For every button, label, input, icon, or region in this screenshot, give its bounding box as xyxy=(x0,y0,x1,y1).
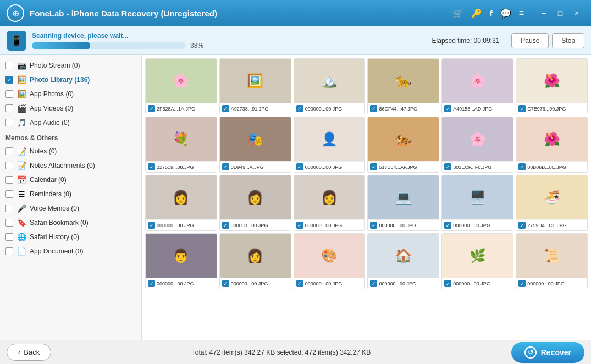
photo-checkbox-0[interactable]: ✓ xyxy=(148,105,155,112)
photo-checkbox-15[interactable]: ✓ xyxy=(370,222,377,229)
checkbox-app-audio[interactable] xyxy=(5,119,13,126)
photo-checkbox-17[interactable]: ✓ xyxy=(518,222,526,229)
checkbox-photo-stream[interactable] xyxy=(5,62,13,69)
maximize-button[interactable]: □ xyxy=(553,5,568,21)
checkbox-app-document[interactable] xyxy=(5,247,13,255)
photo-item-15[interactable]: 💻✓000000...00.JPG xyxy=(367,175,439,231)
sidebar-item-calendar[interactable]: 📅Calendar (0) xyxy=(0,173,141,187)
photo-checkbox-1[interactable]: ✓ xyxy=(222,105,229,112)
photo-checkbox-6[interactable]: ✓ xyxy=(148,163,155,170)
photo-item-18[interactable]: 👨✓000000...00.JPG xyxy=(145,233,217,289)
photo-checkbox-5[interactable]: ✓ xyxy=(518,105,526,112)
photo-label-bar-23: ✓000000...00.JPG xyxy=(516,278,587,289)
photo-item-16[interactable]: 🖥️✓000000...00.JPG xyxy=(441,175,513,231)
photo-checkbox-7[interactable]: ✓ xyxy=(222,163,229,170)
photo-label-bar-19: ✓000000...00.JPG xyxy=(220,278,291,289)
sidebar-item-voice-memos[interactable]: 🎤Voice Memos (0) xyxy=(0,201,141,216)
sidebar-item-safari-history[interactable]: 🌐Safari History (0) xyxy=(0,230,141,244)
photo-name-2: 000000...00.JPG xyxy=(305,106,363,112)
sidebar-item-photo-stream[interactable]: 📷Photo Stream (0) xyxy=(0,58,141,73)
photo-checkbox-16[interactable]: ✓ xyxy=(444,222,451,229)
facebook-icon[interactable]: f xyxy=(490,9,493,18)
sidebar-item-reminders[interactable]: ☰Reminders (0) xyxy=(0,187,141,201)
photo-checkbox-18[interactable]: ✓ xyxy=(148,280,155,287)
photo-item-8[interactable]: 👤✓000000...00.JPG xyxy=(294,117,366,173)
sidebar-item-safari-bookmark[interactable]: 🔖Safari Bookmark (0) xyxy=(0,216,141,230)
photo-item-19[interactable]: 👩✓000000...00.JPG xyxy=(219,233,291,289)
photo-checkbox-11[interactable]: ✓ xyxy=(518,163,526,170)
sidebar-item-app-photos[interactable]: 🖼️App Photos (0) xyxy=(0,87,141,101)
label-voice-memos: Voice Memos (0) xyxy=(30,205,79,212)
close-button[interactable]: × xyxy=(569,5,584,21)
photo-item-9[interactable]: 🐅✓517B34...AF.JPG xyxy=(367,117,439,173)
photo-checkbox-8[interactable]: ✓ xyxy=(296,163,303,170)
recover-button[interactable]: ↺ Recover xyxy=(511,342,584,363)
photo-item-17[interactable]: 🍜✓2759D4...CE.JPG xyxy=(516,175,588,231)
menu-icon[interactable]: ≡ xyxy=(519,8,524,18)
checkbox-notes-attachments[interactable] xyxy=(5,162,13,169)
photo-checkbox-22[interactable]: ✓ xyxy=(444,280,451,287)
photo-item-0[interactable]: 🌸✓2F528A...1A.JPG xyxy=(145,58,217,114)
checkbox-voice-memos[interactable] xyxy=(5,205,13,212)
photo-label-bar-16: ✓000000...00.JPG xyxy=(442,219,513,230)
photo-checkbox-2[interactable]: ✓ xyxy=(296,105,303,112)
photo-checkbox-14[interactable]: ✓ xyxy=(296,222,303,229)
photo-checkbox-21[interactable]: ✓ xyxy=(370,280,377,287)
photo-item-11[interactable]: 🌺✓88B06B...8E.JPG xyxy=(516,117,588,173)
sidebar-memos-section: 📝Notes (0)📝Notes Attachments (0)📅Calenda… xyxy=(0,144,141,258)
photo-item-13[interactable]: 👩✓000000...00.JPG xyxy=(219,175,291,231)
sidebar-item-notes[interactable]: 📝Notes (0) xyxy=(0,144,141,158)
photo-checkbox-4[interactable]: ✓ xyxy=(444,105,451,112)
photo-item-1[interactable]: 🖼️✓A92738...91.JPG xyxy=(219,58,291,114)
photo-checkbox-23[interactable]: ✓ xyxy=(518,280,526,287)
photo-checkbox-12[interactable]: ✓ xyxy=(148,222,155,229)
sidebar-item-app-audio[interactable]: 🎵App Audio (0) xyxy=(0,115,141,130)
photo-checkbox-9[interactable]: ✓ xyxy=(370,163,377,170)
key-icon[interactable]: 🔑 xyxy=(471,8,482,19)
photo-label-bar-2: ✓000000...00.JPG xyxy=(294,103,365,114)
photo-item-2[interactable]: 🏔️✓000000...00.JPG xyxy=(294,58,366,114)
sidebar-item-notes-attachments[interactable]: 📝Notes Attachments (0) xyxy=(0,158,141,173)
sidebar-item-app-videos[interactable]: 🎬App Videos (0) xyxy=(0,101,141,115)
photo-item-4[interactable]: 🌸✓A49155...AD.JPG xyxy=(441,58,513,114)
photo-checkbox-19[interactable]: ✓ xyxy=(222,280,229,287)
photo-checkbox-3[interactable]: ✓ xyxy=(370,105,377,112)
stop-button[interactable]: Stop xyxy=(552,33,584,48)
photo-item-22[interactable]: 🌿✓000000...00.JPG xyxy=(441,233,513,289)
checkbox-app-photos[interactable] xyxy=(5,90,13,98)
photo-name-13: 000000...00.JPG xyxy=(231,223,289,228)
photo-item-12[interactable]: 👩✓000000...00.JPG xyxy=(145,175,217,231)
sidebar-item-app-document[interactable]: 📄App Document (0) xyxy=(0,244,141,258)
sidebar-item-photo-library[interactable]: ✓🖼️Photo Library (136) xyxy=(0,73,141,87)
photo-item-7[interactable]: 🎭✓0D949...A.JPG xyxy=(219,117,291,173)
photo-thumbnail-3: 🐆 xyxy=(368,59,439,103)
chat-icon[interactable]: 💬 xyxy=(500,8,511,19)
checkbox-calendar[interactable] xyxy=(5,176,13,184)
photo-item-10[interactable]: 🌸✓301ECF...F0.JPG xyxy=(441,117,513,173)
photo-checkbox-13[interactable]: ✓ xyxy=(222,222,229,229)
photo-checkbox-10[interactable]: ✓ xyxy=(444,163,451,170)
checkbox-reminders[interactable] xyxy=(5,190,13,198)
pause-button[interactable]: Pause xyxy=(511,33,549,48)
minimize-button[interactable]: − xyxy=(536,5,551,21)
cart-icon[interactable]: 🛒 xyxy=(452,8,463,19)
recover-icon: ↺ xyxy=(524,346,537,359)
photo-item-3[interactable]: 🐆✓86CF44...47.JPG xyxy=(367,58,439,114)
photo-item-23[interactable]: 📜✓000000...00.JPG xyxy=(516,233,588,289)
photo-name-20: 000000...00.JPG xyxy=(305,281,363,286)
checkbox-safari-history[interactable] xyxy=(5,233,13,241)
photo-checkbox-20[interactable]: ✓ xyxy=(296,280,303,287)
title-left: ⊕ FoneLab - iPhone Data Recovery (Unregi… xyxy=(7,4,217,22)
checkbox-safari-bookmark[interactable] xyxy=(5,219,13,227)
back-button[interactable]: ‹ Back xyxy=(7,344,51,361)
checkbox-app-videos[interactable] xyxy=(5,104,13,112)
checkbox-notes[interactable] xyxy=(5,147,13,155)
photo-item-20[interactable]: 🎨✓000000...00.JPG xyxy=(294,233,366,289)
photo-item-6[interactable]: 💐✓327519...08.JPG xyxy=(145,117,217,173)
photo-item-14[interactable]: 👩✓000000...00.JPG xyxy=(294,175,366,231)
checkbox-photo-library[interactable]: ✓ xyxy=(5,76,13,84)
photo-item-21[interactable]: 🏠✓000000...00.JPG xyxy=(367,233,439,289)
photo-item-5[interactable]: 🌺✓C7E976...90.JPG xyxy=(516,58,588,114)
photo-label-bar-0: ✓2F528A...1A.JPG xyxy=(146,103,217,114)
photo-thumbnail-23: 📜 xyxy=(516,234,587,278)
